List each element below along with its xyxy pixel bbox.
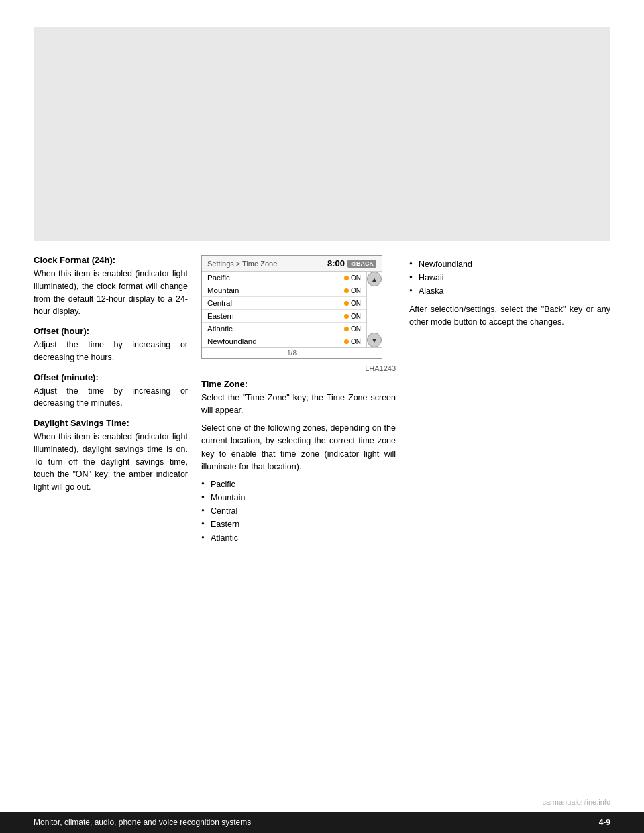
lha-label: LHA1243 xyxy=(201,364,396,372)
tz-indicator-eastern: ON xyxy=(344,313,361,320)
tz-dot-pacific xyxy=(344,276,349,280)
screen-time: 8:00 xyxy=(327,258,345,268)
content-area: Clock Format (24h): When this item is en… xyxy=(34,255,610,550)
screen-header-right: 8:00 ◁ BACK xyxy=(327,258,376,268)
tz-on-eastern: ON xyxy=(351,313,361,320)
tz-name-eastern: Eastern xyxy=(207,312,234,320)
tz-dot-eastern xyxy=(344,314,349,319)
tz-indicator-pacific: ON xyxy=(344,274,361,282)
footer-bar: Monitor, climate, audio, phone and voice… xyxy=(0,812,644,833)
right-bullet-list: Newfoundland Hawaii Alaska xyxy=(409,258,610,298)
scroll-up-button[interactable]: ▲ xyxy=(367,272,382,286)
tz-indicator-newfoundland: ON xyxy=(344,338,361,345)
tz-on-newfoundland: ON xyxy=(351,338,361,345)
page-indicator: 1/8 xyxy=(287,349,297,357)
list-item-central: Central xyxy=(201,504,396,518)
list-item-newfoundland: Newfoundland xyxy=(409,258,610,271)
page-container: Clock Format (24h): When this item is en… xyxy=(0,0,644,833)
list-item-eastern: Eastern xyxy=(201,518,396,531)
timezone-section: Time Zone: Select the "Time Zone" key; t… xyxy=(201,379,396,545)
clock-format-section: Clock Format (24h): When this item is en… xyxy=(34,255,188,318)
list-item-mountain: Mountain xyxy=(201,491,396,504)
offset-hour-body: Adjust the time by increasing or decreas… xyxy=(34,339,188,364)
offset-minute-body: Adjust the time by increasing or decreas… xyxy=(34,385,188,410)
scroll-down-button[interactable]: ▼ xyxy=(367,333,382,347)
screen-header: Settings > Time Zone 8:00 ◁ BACK xyxy=(202,256,382,272)
footer-title: Monitor, climate, audio, phone and voice… xyxy=(34,818,251,827)
screen-footer: 1/8 xyxy=(202,347,382,358)
clock-format-title: Clock Format (24h): xyxy=(34,255,188,265)
timezone-intro: Select the "Time Zone" key; the Time Zon… xyxy=(201,392,396,418)
daylight-savings-title: Daylight Savings Time: xyxy=(34,418,188,428)
offset-hour-section: Offset (hour): Adjust the time by increa… xyxy=(34,326,188,364)
footer-page-number: 4-9 xyxy=(599,818,610,827)
tz-name-atlantic: Atlantic xyxy=(207,325,233,333)
scroll-buttons: ▲ ▼ xyxy=(367,272,382,347)
watermark: carmanualonline.info xyxy=(542,798,610,806)
list-item-atlantic: Atlantic xyxy=(201,531,396,545)
timezone-section-title: Time Zone: xyxy=(201,379,396,389)
offset-minute-section: Offset (minute): Adjust the time by incr… xyxy=(34,372,188,410)
middle-column: Settings > Time Zone 8:00 ◁ BACK Pacific xyxy=(201,255,396,550)
tz-dot-central xyxy=(344,301,349,306)
tz-indicator-mountain: ON xyxy=(344,287,361,294)
screen-mockup: Settings > Time Zone 8:00 ◁ BACK Pacific xyxy=(201,255,382,359)
tz-dot-mountain xyxy=(344,288,349,293)
tz-name-central: Central xyxy=(207,299,232,307)
offset-minute-title: Offset (minute): xyxy=(34,372,188,382)
tz-indicator-atlantic: ON xyxy=(344,325,361,333)
daylight-savings-body: When this item is enabled (indicator lig… xyxy=(34,431,188,494)
tz-row-atlantic[interactable]: Atlantic ON xyxy=(202,323,366,335)
tz-on-atlantic: ON xyxy=(351,325,361,333)
timezone-body: Select one of the following zones, depen… xyxy=(201,422,396,474)
screen-body: Pacific ON Mountain ON xyxy=(202,272,382,347)
timezone-bullet-list: Pacific Mountain Central Eastern Atlanti… xyxy=(201,478,396,545)
tz-on-central: ON xyxy=(351,300,361,307)
tz-indicator-central: ON xyxy=(344,300,361,307)
tz-row-mountain[interactable]: Mountain ON xyxy=(202,284,366,297)
offset-hour-title: Offset (hour): xyxy=(34,326,188,336)
clock-format-body: When this item is enabled (indicator lig… xyxy=(34,268,188,318)
daylight-savings-section: Daylight Savings Time: When this item is… xyxy=(34,418,188,494)
tz-on-pacific: ON xyxy=(351,274,361,282)
tz-name-pacific: Pacific xyxy=(207,274,230,282)
tz-name-mountain: Mountain xyxy=(207,286,239,294)
tz-dot-atlantic xyxy=(344,327,349,331)
tz-row-pacific[interactable]: Pacific ON xyxy=(202,272,366,284)
left-column: Clock Format (24h): When this item is en… xyxy=(34,255,188,550)
tz-name-newfoundland: Newfoundland xyxy=(207,337,257,345)
screen-breadcrumb: Settings > Time Zone xyxy=(207,260,277,268)
list-item-pacific: Pacific xyxy=(201,478,396,491)
tz-row-eastern[interactable]: Eastern ON xyxy=(202,310,366,323)
tz-on-mountain: ON xyxy=(351,287,361,294)
timezone-list: Pacific ON Mountain ON xyxy=(202,272,367,347)
right-column: Newfoundland Hawaii Alaska After selecti… xyxy=(409,255,610,550)
tz-row-central[interactable]: Central ON xyxy=(202,297,366,310)
tz-dot-newfoundland xyxy=(344,339,349,344)
list-item-alaska: Alaska xyxy=(409,284,610,298)
back-button[interactable]: ◁ BACK xyxy=(347,260,376,268)
list-item-hawaii: Hawaii xyxy=(409,271,610,284)
tz-row-newfoundland[interactable]: Newfoundland ON xyxy=(202,335,366,347)
top-image-band xyxy=(34,27,610,241)
after-selection-text: After selection/settings, select the "Ba… xyxy=(409,303,610,329)
